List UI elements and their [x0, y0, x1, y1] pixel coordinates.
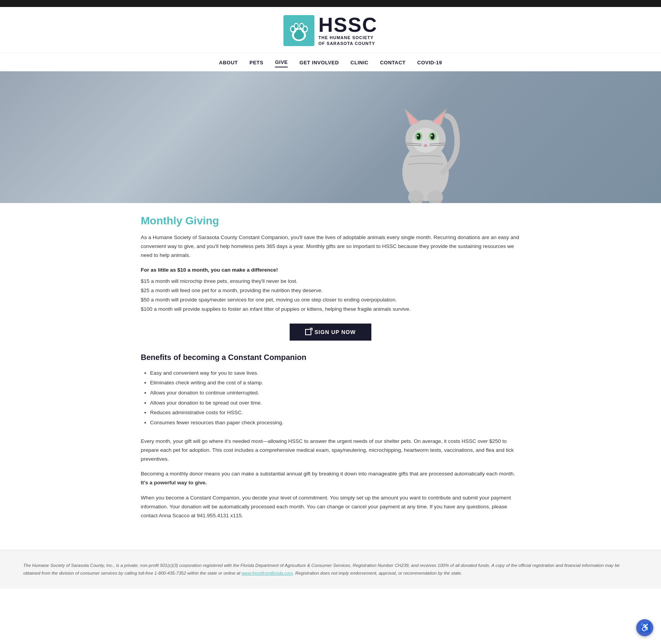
svg-point-36: [430, 200, 434, 203]
list-item: $25 a month will feed one pet for a mont…: [141, 286, 520, 295]
cat-illustration: [375, 79, 476, 203]
svg-point-11: [295, 24, 298, 28]
nav-pets[interactable]: PETS: [249, 58, 263, 67]
hero-banner: [0, 71, 661, 203]
site-footer: The Humane Society of Sarasota County, I…: [0, 550, 661, 589]
list-item: $50 a month will provide spay/neuter ser…: [141, 295, 520, 305]
signup-btn-container: SIGN UP NOW: [141, 324, 520, 341]
external-link-icon: [305, 329, 311, 335]
list-item: $100 a month will provide supplies to fo…: [141, 305, 520, 314]
list-item: Consumes fewer resources than paper chec…: [150, 418, 520, 428]
list-item: Easy and convenient way for you to save …: [150, 368, 520, 378]
body-paragraph-1: Every month, your gift will go where it'…: [141, 437, 520, 464]
logo-subtitle-line2: OF SARASOTA COUNTY: [318, 41, 377, 46]
paragraph2-before: Becoming a monthly donor means you can m…: [141, 471, 515, 477]
top-bar: [0, 0, 661, 7]
benefits-list: Easy and convenient way for you to save …: [141, 368, 520, 428]
page-title: Monthly Giving: [141, 215, 520, 227]
list-item: $15 a month will microchip three pets, e…: [141, 277, 520, 286]
svg-point-12: [300, 24, 303, 28]
main-nav: ABOUT PETS GIVE GET INVOLVED CLINIC CONT…: [0, 53, 661, 71]
list-item: Allows your donation to continue uninter…: [150, 388, 520, 398]
nav-about[interactable]: ABOUT: [219, 58, 238, 67]
logo-text: HSSC THE HUMANE SOCIETY OF SARASOTA COUN…: [318, 15, 377, 47]
donation-levels-list: $15 a month will microchip three pets, e…: [141, 277, 520, 314]
logo-hssc: HSSC: [318, 15, 377, 35]
svg-point-33: [411, 200, 415, 203]
list-item: Allows your donation to be spread out ov…: [150, 398, 520, 408]
signup-label: SIGN UP NOW: [314, 329, 355, 335]
nav-get-involved[interactable]: GET INVOLVED: [299, 58, 339, 67]
footer-text: The Humane Society of Sarasota County, I…: [23, 562, 638, 577]
body-paragraph-2: Becoming a monthly donor means you can m…: [141, 470, 520, 487]
logo-subtitle-line1: THE HUMANE SOCIETY: [318, 35, 377, 41]
site-header: HSSC THE HUMANE SOCIETY OF SARASOTA COUN…: [0, 7, 661, 53]
paragraph2-bold: It's a powerful way to give.: [141, 480, 207, 486]
footer-link[interactable]: www.freshfromflorida.com: [242, 571, 293, 575]
nav-give[interactable]: GIVE: [275, 58, 288, 67]
svg-point-9: [291, 27, 295, 31]
body-paragraph-3: When you become a Constant Companion, yo…: [141, 494, 520, 520]
svg-point-23: [431, 133, 434, 139]
nav-contact[interactable]: CONTACT: [380, 58, 405, 67]
svg-point-25: [431, 135, 433, 136]
main-content: Monthly Giving As a Humane Society of Sa…: [125, 203, 536, 542]
nav-covid19[interactable]: COVID-19: [417, 58, 442, 67]
footer-text-2: . Registration does not imply endorsemen…: [293, 571, 462, 575]
benefits-title: Benefits of becoming a Constant Companio…: [141, 353, 520, 362]
svg-point-24: [417, 135, 419, 136]
list-item: Eliminates check writing and the cost of…: [150, 378, 520, 388]
bold-callout: For as little as $10 a month, you can ma…: [141, 267, 520, 273]
intro-paragraph: As a Humane Society of Sarasota County C…: [141, 233, 520, 260]
svg-point-22: [417, 133, 421, 139]
logo: HSSC THE HUMANE SOCIETY OF SARASOTA COUN…: [283, 15, 377, 47]
svg-point-35: [419, 200, 422, 203]
list-item: Reduces administrative costs for HSSC.: [150, 408, 520, 418]
svg-point-38: [438, 200, 442, 203]
svg-point-10: [304, 27, 307, 31]
paw-logo-icon: [283, 15, 314, 46]
signup-now-button[interactable]: SIGN UP NOW: [290, 324, 371, 341]
svg-point-19: [412, 128, 439, 153]
nav-clinic[interactable]: CLINIC: [350, 58, 368, 67]
svg-point-8: [296, 29, 302, 35]
